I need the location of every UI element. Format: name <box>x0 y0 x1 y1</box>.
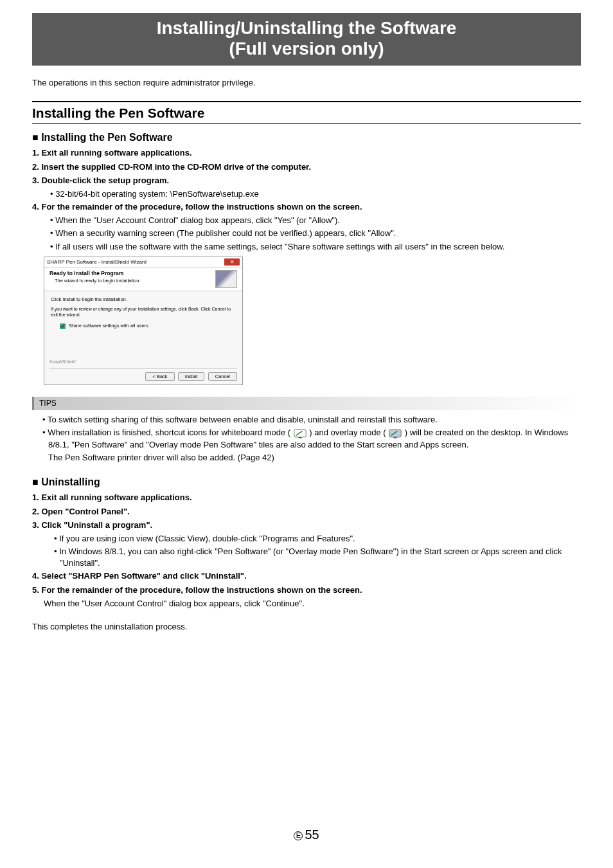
installshield-brand: InstallShield <box>49 359 75 366</box>
page-title-bar: Installing/Uninstalling the Software (Fu… <box>32 13 581 66</box>
cancel-button[interactable]: Cancel <box>208 372 237 381</box>
uninstall-step-3-bullet1: • If you are using icon view (Classic Vi… <box>54 533 581 545</box>
dialog-titlebar: SHARP Pen Software - InstallShield Wizar… <box>44 257 242 267</box>
uninstall-step-5: 5. For the remainder of the procedure, f… <box>32 584 581 596</box>
svg-rect-0 <box>294 429 306 437</box>
back-button[interactable]: < Back <box>145 372 174 381</box>
dialog-header-sub: The wizard is ready to begin installatio… <box>55 278 215 285</box>
install-step-2: 2. Insert the supplied CD-ROM into the C… <box>32 161 581 173</box>
dialog-share-checkbox[interactable]: Share software settings with all users <box>60 323 148 329</box>
uninstall-step-1: 1. Exit all running software application… <box>32 492 581 503</box>
title-line1: Installing/Uninstalling the Software <box>157 18 457 38</box>
uninstall-step-3-bullet2: • In Windows 8/8.1, you can also right-c… <box>54 546 581 569</box>
dialog-header-image <box>215 270 237 288</box>
title-line2: (Full version only) <box>229 39 384 59</box>
install-step-3-bullet: • 32-bit/64-bit operating system: \PenSo… <box>50 188 581 200</box>
uninstall-closing: This completes the uninstallation proces… <box>32 621 581 633</box>
uninstall-step-5-note: When the "User Account Control" dialog b… <box>44 598 581 610</box>
section-heading-install: Installing the Pen Software <box>32 101 581 124</box>
page-title: Installing/Uninstalling the Software (Fu… <box>32 18 581 59</box>
install-step-4-bullet3: • If all users will use the software wit… <box>50 241 581 253</box>
dialog-header-title: Ready to Install the Program <box>49 270 215 278</box>
installshield-dialog: SHARP Pen Software - InstallShield Wizar… <box>44 257 243 385</box>
page-number: 55 <box>305 827 319 842</box>
tips-list: • To switch setting sharing of this soft… <box>32 414 581 464</box>
dialog-body-line: Click Install to begin the installation. <box>51 296 236 303</box>
dialog-window-title: SHARP Pen Software - InstallShield Wizar… <box>47 258 147 266</box>
page-footer: E55 <box>32 826 581 844</box>
tip-1: • To switch setting sharing of this soft… <box>42 414 581 426</box>
tip-2-cont: The Pen Software printer driver will als… <box>42 452 581 464</box>
install-step-4-bullet2: • When a security warning screen (The pu… <box>50 228 581 239</box>
tip-2: • When installation is finished, shortcu… <box>42 427 581 451</box>
dialog-buttons: < Back Install Cancel <box>44 369 242 384</box>
install-step-4-bullet1: • When the "User Account Control" dialog… <box>50 215 581 226</box>
share-settings-checkbox[interactable] <box>60 323 66 329</box>
page-letter: E <box>294 831 303 840</box>
install-button[interactable]: Install <box>178 372 205 381</box>
install-step-1: 1. Exit all running software application… <box>32 147 581 159</box>
svg-rect-5 <box>394 437 397 438</box>
uninstall-step-3: 3. Click "Uninstall a program". <box>32 520 581 531</box>
uninstall-step-4: 4. Select "SHARP Pen Software" and click… <box>32 570 581 582</box>
subheading-install: ■ Installing the Pen Software <box>32 131 581 145</box>
close-icon[interactable]: ✕ <box>224 258 240 266</box>
intro-text: The operations in this section require a… <box>32 77 581 89</box>
install-step-4: 4. For the remainder of the procedure, f… <box>32 201 581 213</box>
svg-rect-2 <box>298 437 301 438</box>
dialog-body: Click Install to begin the installation.… <box>44 291 242 368</box>
subheading-uninstall: ■ Uninstalling <box>32 475 581 489</box>
overlay-mode-icon <box>389 428 402 439</box>
svg-rect-3 <box>389 429 401 437</box>
dialog-header: Ready to Install the Program The wizard … <box>44 267 242 291</box>
whiteboard-mode-icon <box>294 428 306 439</box>
install-step-3: 3. Double-click the setup program. <box>32 175 581 186</box>
dialog-body-sub: If you want to review or change any of y… <box>51 306 236 319</box>
tips-label: TIPS <box>32 397 581 410</box>
uninstall-step-2: 2. Open "Control Panel". <box>32 506 581 518</box>
